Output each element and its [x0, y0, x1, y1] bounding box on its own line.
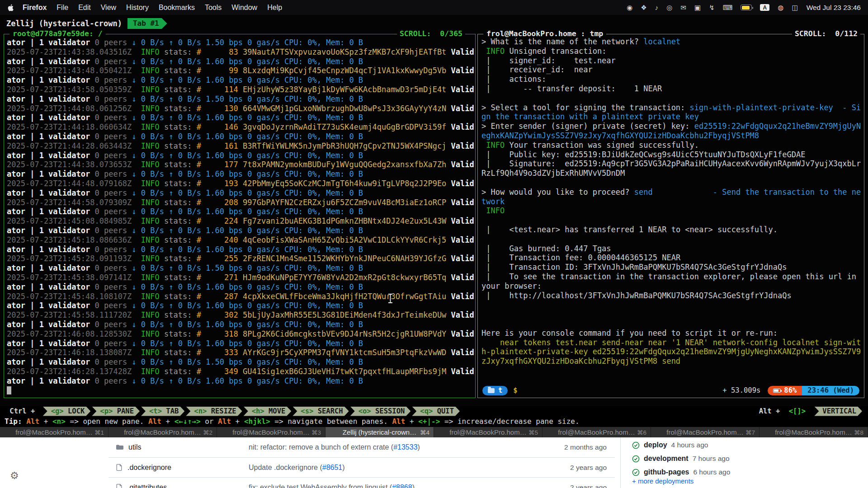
menubar-item-history[interactable]: History	[121, 4, 154, 12]
log-line: ator | 1 validator 0 peers ↓ 0 B/s ↑ 0 B…	[7, 226, 475, 235]
screenshot-icon[interactable]: ▣	[694, 4, 701, 11]
zellij-tab-1[interactable]: Tab #1	[127, 18, 167, 29]
terminal-tab-4[interactable]: Zellij (hysterical-crown…⌘4	[326, 427, 434, 437]
terminal-tab-1[interactable]: frol@MacBookPro.hom…⌘1	[0, 427, 108, 437]
deployment-item[interactable]: development7 hours ago	[632, 452, 730, 465]
terminal-tab-6[interactable]: frol@MacBookPro.hom…⌘6	[542, 427, 651, 437]
terminal-tab-title: frol@MacBookPro.hom…	[558, 428, 635, 436]
log-line: 2025-07-23T21:43:38.043516Z INFO stats: …	[7, 47, 475, 57]
log-line: ator | 1 validator 0 peers ↓ 0 B/s ↑ 0 B…	[7, 245, 475, 254]
terminal-line: > How would you like to proceed? send - …	[481, 188, 862, 206]
log-line: 2025-07-23T21:45:28.091193Z INFO stats: …	[7, 254, 475, 263]
terminal-line	[481, 216, 862, 225]
log-line: 2025-07-23T21:45:48.108107Z INFO stats: …	[7, 292, 475, 301]
pr-link[interactable]: #8868	[392, 483, 412, 488]
sidebar-divider	[620, 437, 621, 488]
keyboard-icon[interactable]: ⌨	[723, 4, 733, 11]
input-source-icon[interactable]: A	[760, 4, 769, 11]
account-icon[interactable]: ◍	[778, 4, 783, 11]
mouse-cursor-ibeam	[387, 293, 393, 304]
menubar-item-window[interactable]: Window	[226, 4, 262, 12]
log-line: 2025-07-23T21:44:18.060634Z INFO stats: …	[7, 122, 475, 132]
control-center-icon[interactable]: ◫	[792, 4, 798, 11]
terminal-line: | Signature: ed25519:Aq9cpTr3G5VG3A2pPaR…	[481, 159, 862, 178]
apple-menu-icon[interactable]	[7, 4, 14, 12]
log-line: ator | 1 validator 0 peers ↓ 0 B/s ↑ 0 B…	[7, 282, 475, 292]
keybind-pane: <p> PANE	[92, 407, 140, 416]
commit-message: Update .dockerignore (#8651)	[249, 464, 552, 472]
docker-icon[interactable]: ❖	[641, 4, 646, 11]
shazam-icon[interactable]: ◎	[666, 4, 672, 11]
pr-link[interactable]: #13533	[393, 443, 417, 451]
log-line: ator | 1 validator 0 peers ↓ 0 B/s ↑ 0 B…	[7, 75, 475, 85]
keybind-search: <s> SEARCH	[292, 407, 349, 416]
log-line: ator | 1 validator 0 peers ↓ 0 B/s ↑ 0 B…	[7, 339, 475, 348]
macos-menubar: FirefoxFileEditViewHistoryBookmarksTools…	[0, 0, 868, 15]
menubar-item-help[interactable]: Help	[262, 4, 287, 12]
terminal-tab-7[interactable]: frol@MacBookPro.hom…⌘7	[651, 427, 760, 437]
folder-icon	[488, 388, 495, 393]
menubar-item-file[interactable]: File	[52, 4, 73, 12]
terminal-line: Here is your console command if you need…	[481, 328, 862, 338]
file-name-link[interactable]: utils	[128, 443, 141, 451]
terminal-line: INFO	[481, 206, 862, 216]
mic-icon[interactable]: ♪	[655, 4, 659, 11]
terminal-line	[481, 300, 862, 310]
log-line: ator | 1 validator 0 peers ↓ 0 B/s ↑ 0 B…	[7, 301, 475, 310]
terminal-tab-shortcut: ⌘5	[528, 429, 538, 436]
terminal-tab-title: frol@MacBookPro.hom…	[775, 428, 852, 436]
pr-link[interactable]: #8651	[322, 464, 343, 471]
keybind-lock: <g> LOCK	[43, 407, 91, 416]
terminal-tab-strip: frol@MacBookPro.hom…⌘1frol@MacBookPro.ho…	[0, 427, 868, 437]
log-line: 2025-07-23T21:44:08.061256Z INFO stats: …	[7, 104, 475, 113]
file-icon	[116, 464, 123, 471]
deployment-item[interactable]: deploy4 hours ago	[632, 438, 730, 452]
menubar-item-edit[interactable]: Edit	[73, 4, 96, 12]
prompt-dollar: $	[513, 386, 517, 394]
terminal-line	[481, 319, 862, 328]
log-line: 2025-07-23T21:44:58.079309Z INFO stats: …	[7, 198, 475, 207]
settings-gear-icon[interactable]: ⚙	[10, 471, 19, 481]
file-row: .gitattributesfix: exclude test WebAssem…	[108, 477, 615, 488]
browser-window: ⚙ utilsnit: refactor: remove a bunch of …	[0, 437, 868, 488]
commit-message: fix: exclude test WebAssembly from lingu…	[249, 483, 552, 488]
stats-icon[interactable]: ↯	[709, 4, 715, 11]
zellij-status-bar: Ctrl + <g> LOCK<p> PANE<t> TAB<n> RESIZE…	[0, 406, 868, 416]
terminal-tab-8[interactable]: frol@MacBookPro.hom…⌘8	[760, 427, 868, 437]
battery-badge: 86%	[768, 386, 802, 395]
messages-icon[interactable]: ✉	[680, 4, 686, 11]
terminal-tab-3[interactable]: frol@MacBookPro.hom…⌘3	[217, 427, 326, 437]
menubar-status-area: ◉❖♪◎✉▣↯⌨ A ◍◫ Wed Jul 23 23:46	[627, 4, 861, 12]
prompt-dir-badge: t	[482, 386, 508, 395]
prompt-right-status: + 53.009s 86% 23:46 (Wed)	[722, 386, 859, 395]
more-deployments-link[interactable]: + more deployments	[632, 477, 693, 485]
terminal-line: INFO Unsigned transaction:	[481, 47, 862, 56]
menubar-clock[interactable]: Wed Jul 23 23:46	[807, 4, 861, 12]
menubar-item-view[interactable]: View	[96, 4, 121, 12]
terminal-line: | Transaction ID: 3FTxVnJhJwRmBaPQMKU7bS…	[481, 263, 862, 272]
pane-validator-log[interactable]: root@d778a97e59de: / SCROLL: 0/365 ator …	[4, 34, 476, 398]
terminal-line: | Gas burned: 0.447 Tgas	[481, 244, 862, 253]
keybind-move: <h> MOVE	[244, 407, 292, 416]
menubar-item-firefox[interactable]: Firefox	[18, 4, 52, 12]
terminal-line: | http://localhost/3FTxVnJhJwRmBaPQMKU7b…	[481, 291, 862, 300]
battery-icon[interactable]	[741, 5, 752, 10]
terminal-tab-5[interactable]: frol@MacBookPro.hom…⌘5	[434, 427, 542, 437]
terminal-line: | -- transfer deposit: 1 NEAR	[481, 84, 862, 94]
terminal-window: Zellij (hysterical-crown) Tab #1 root@d7…	[0, 15, 868, 437]
menubar-status-icons: ◉❖♪◎✉▣↯⌨	[627, 4, 732, 11]
menubar-left: FirefoxFileEditViewHistoryBookmarksTools…	[7, 4, 287, 12]
zellij-tip-line: Tip: Alt + <n> => open new pane. Alt + <…	[0, 416, 868, 426]
menubar-item-tools[interactable]: Tools	[200, 4, 226, 12]
pane-near-cli[interactable]: frol@MacBookPro.home : tmp SCROLL: 0/112…	[477, 34, 864, 398]
log-line: 2025-07-23T21:45:08.084985Z INFO stats: …	[7, 216, 475, 226]
commit-date: 2 years ago	[552, 483, 615, 488]
terminal-tab-2[interactable]: frol@MacBookPro.hom…⌘2	[108, 427, 217, 437]
file-name-link[interactable]: .dockerignore	[127, 464, 171, 472]
terminal-tab-shortcut: ⌘8	[854, 429, 863, 436]
screen-record-icon[interactable]: ◉	[627, 4, 632, 11]
file-name-link[interactable]: .gitattributes	[127, 483, 167, 488]
menubar-item-bookmarks[interactable]: Bookmarks	[154, 4, 200, 12]
log-line: 2025-07-23T21:45:18.086636Z INFO stats: …	[7, 235, 475, 245]
keybind-resize: <n> RESIZE	[186, 407, 242, 416]
